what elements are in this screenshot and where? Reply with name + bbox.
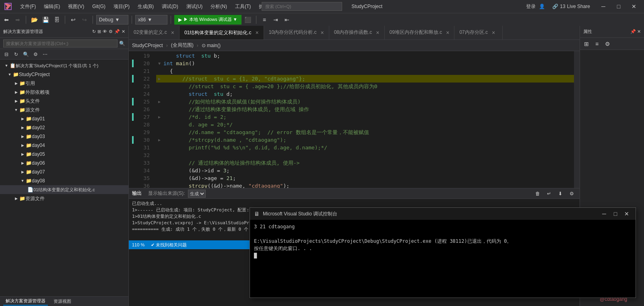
solution-explorer-tab[interactable]: 解决方案资源管理器	[3, 297, 48, 306]
redo-button[interactable]: ↪	[80, 14, 89, 25]
fold-33[interactable]	[156, 159, 163, 167]
sidebar-item-references[interactable]: ▶ 📁 引用	[0, 79, 128, 88]
resource-view-tab[interactable]: 资源视图	[51, 298, 74, 305]
gear-btn[interactable]: ⚙	[31, 49, 40, 60]
properties-pin-icon[interactable]: 📌	[630, 29, 636, 34]
undo-button[interactable]: ↩	[68, 14, 78, 25]
format2-button[interactable]: ⇥	[271, 14, 281, 25]
sidebar-close-icon[interactable]: ✕	[122, 29, 125, 34]
tab-02variables[interactable]: 02变量的定义.c ×	[129, 26, 180, 39]
breadcrumb-project[interactable]: StudyCProject	[132, 43, 163, 48]
props-list-btn[interactable]: ≡	[592, 39, 602, 49]
fold-28[interactable]	[156, 121, 163, 128]
fold-24[interactable]	[156, 90, 163, 98]
code-content[interactable]: struct stu b; ▼int main() { //struct stu…	[153, 51, 574, 188]
tab-07memzone[interactable]: 07内存分区.c ×	[454, 26, 503, 39]
collapse-all-btn[interactable]: ⊟	[2, 49, 11, 60]
fold-21[interactable]	[156, 67, 163, 75]
output-source-select[interactable]: 生成	[188, 190, 206, 198]
output-settings-btn[interactable]: ⚙	[567, 188, 576, 199]
login-button[interactable]: 登录	[526, 3, 536, 10]
project-node[interactable]: ▼ 📁 StudyCProject	[0, 70, 128, 79]
sidebar-item-headers[interactable]: ▶ 📁 头文件	[0, 97, 128, 105]
fold-19[interactable]	[156, 52, 163, 60]
settings-icon[interactable]: ⚙	[109, 29, 113, 34]
global-search-input[interactable]	[262, 2, 342, 11]
pin-icon[interactable]: 📌	[114, 29, 120, 34]
sidebar-item-active-file[interactable]: 📄 01结构体变量的定义和初始化.c	[0, 185, 128, 194]
breadcrumb-function[interactable]: ⊙ main()	[202, 43, 221, 48]
properties-close-icon[interactable]: ✕	[637, 29, 641, 34]
menu-project[interactable]: 项目(P)	[109, 0, 134, 13]
save-all-button[interactable]: 🗄	[52, 14, 62, 25]
platform-dropdown[interactable]: x86 ▼	[135, 15, 167, 25]
more-btn[interactable]: ⋯	[40, 49, 50, 60]
menu-view[interactable]: 视图(V)	[64, 0, 88, 13]
fold-32[interactable]	[156, 151, 163, 159]
menu-analyze[interactable]: 分析(N)	[206, 0, 231, 13]
fold-36[interactable]	[156, 182, 163, 188]
save-button[interactable]: 💾	[41, 14, 50, 25]
vertical-scrollbar[interactable]	[574, 51, 580, 188]
menu-tools[interactable]: 工具(T)	[231, 0, 255, 13]
tab-10memory-close[interactable]: ×	[320, 29, 324, 36]
output-scroll-btn[interactable]: ⬇	[555, 188, 565, 199]
fold-30[interactable]	[156, 136, 163, 144]
fold-27[interactable]	[156, 113, 163, 121]
fold-26[interactable]	[156, 105, 163, 113]
sidebar-item-day08[interactable]: ▼ 📁 day08	[0, 176, 128, 185]
format-button[interactable]: ≡	[260, 14, 269, 25]
stop-button[interactable]: ⬛	[243, 14, 253, 25]
console-minimize-btn[interactable]: ─	[599, 210, 609, 218]
fold-35[interactable]	[156, 174, 163, 182]
tab-01struct-close[interactable]: ×	[256, 29, 259, 36]
sidebar-item-day07[interactable]: ▶📁day07	[0, 167, 128, 176]
menu-debug[interactable]: 调试(D)	[158, 0, 182, 13]
nav-forward-button[interactable]: ➡	[13, 14, 23, 25]
sidebar-item-day04[interactable]: ▶📁day04	[0, 141, 128, 150]
sync-icon[interactable]: ↻	[92, 29, 96, 34]
sidebar-search-input[interactable]	[3, 39, 118, 48]
output-word-wrap-btn[interactable]: ↵	[544, 188, 554, 199]
format3-button[interactable]: ⇤	[282, 14, 292, 25]
menu-test[interactable]: 测试(U)	[182, 0, 207, 13]
menu-git[interactable]: Git(G)	[88, 0, 109, 13]
run-debug-button[interactable]: ▶▶ 本地 Windows 调试器 ▼	[174, 15, 242, 25]
zoom-level[interactable]: 110 %	[132, 242, 144, 247]
sidebar-item-day05[interactable]: ▶📁day05	[0, 150, 128, 159]
fold-34[interactable]	[156, 167, 163, 174]
breadcrumb-scope[interactable]: (全局范围)	[171, 42, 194, 49]
menu-build[interactable]: 生成(B)	[134, 0, 158, 13]
props-grid-btn[interactable]: ⊞	[582, 39, 591, 49]
sidebar-item-source[interactable]: ▼ 📁 源文件	[0, 105, 128, 114]
fold-31[interactable]	[156, 144, 163, 151]
fold-29[interactable]	[156, 128, 163, 136]
tab-09heap-close[interactable]: ×	[446, 29, 449, 36]
menu-file[interactable]: 文件(F)	[16, 0, 40, 13]
nav-back-button[interactable]: ⬅	[2, 14, 11, 25]
close-button[interactable]: ✕	[628, 0, 640, 13]
tab-09heap[interactable]: 09堆区内存分配和释放.c ×	[385, 26, 455, 39]
console-close-btn[interactable]: ✕	[622, 210, 632, 218]
tab-08memops[interactable]: 08内存操作函数.c ×	[329, 26, 385, 39]
props-settings-btn[interactable]: ⚙	[603, 39, 612, 49]
output-clear-btn[interactable]: 🗑	[533, 188, 543, 199]
tab-10memory[interactable]: 10内存分区代码分析.c ×	[264, 26, 329, 39]
sidebar-item-day01[interactable]: ▶📁day01	[0, 114, 128, 123]
sidebar-item-day02[interactable]: ▶📁day02	[0, 123, 128, 132]
solution-node[interactable]: ▼ 📋 解决方案'StudyCProject'(1 个项目/共 1 个)	[0, 61, 128, 70]
minimize-button[interactable]: ─	[597, 0, 609, 13]
menu-edit[interactable]: 编辑(E)	[40, 0, 64, 13]
filter-btn[interactable]: 🔍	[21, 49, 31, 60]
sidebar-item-resources[interactable]: ▶ 📁 资源文件	[0, 194, 128, 203]
fold-23[interactable]	[156, 83, 163, 90]
fold-22[interactable]	[156, 75, 163, 83]
tab-01struct[interactable]: 01结构体变量的定义和初始化.c ×	[180, 26, 264, 39]
fold-20[interactable]: ▼	[156, 60, 163, 67]
sidebar-item-day06[interactable]: ▶📁day06	[0, 159, 128, 167]
refresh-btn[interactable]: ↻	[11, 49, 21, 60]
preview-icon[interactable]: 👁	[103, 29, 107, 34]
tab-02variables-close[interactable]: ×	[171, 29, 174, 36]
restore-button[interactable]: □	[613, 0, 625, 13]
console-restore-btn[interactable]: □	[611, 210, 620, 218]
